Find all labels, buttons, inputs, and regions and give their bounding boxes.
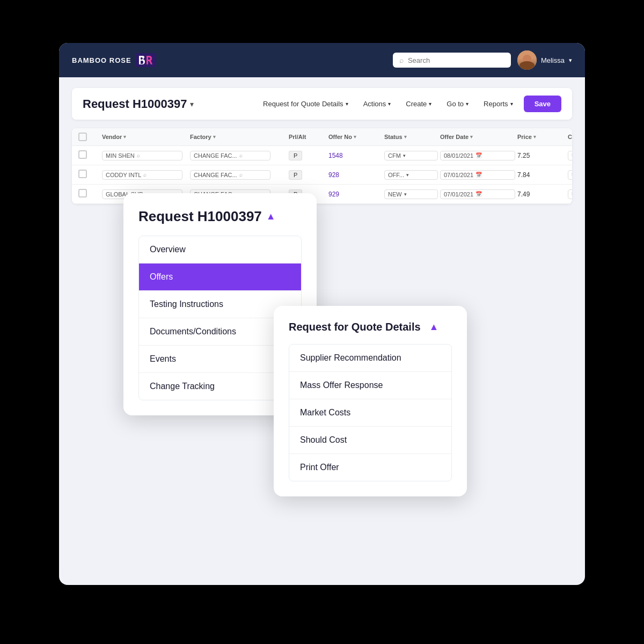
row3-cur: USD ⌕ [568, 189, 572, 199]
table-header: Vendor ▾ Factory ▾ Prl/Alt Offer No ▾ [72, 128, 572, 146]
row2-cur-field[interactable]: USD ⌕ [568, 170, 572, 180]
row2-status: OFF... ▾ [384, 170, 438, 180]
rfq-details-button[interactable]: Request for Quote Details ▾ [259, 98, 353, 110]
create-chevron: ▾ [429, 101, 431, 107]
dropdown1-title: Request H1000397 ▲ [138, 208, 302, 225]
row1-offer-no: 1548 [328, 152, 382, 159]
app-window: BAMBOO ROSE ⌕ Melissa ▾ [59, 43, 585, 585]
price-sort-icon: ▾ [533, 134, 536, 140]
brand-name: BAMBOO ROSE [72, 56, 131, 64]
row3-date-field[interactable]: 07/01/2021 📅 [440, 189, 515, 199]
reports-button[interactable]: Reports ▾ [479, 98, 517, 110]
dropdown2-supplier-rec-item[interactable]: Supplier Recommendation [289, 345, 451, 372]
row3-status-select[interactable]: NEW ▾ [384, 189, 438, 199]
avatar-image [517, 50, 537, 70]
th-checkbox [78, 133, 100, 141]
rfq-details-dropdown: Request for Quote Details ▲ Supplier Rec… [274, 306, 467, 496]
row1-checkbox [78, 150, 100, 160]
th-status: Status ▾ [384, 134, 438, 140]
row1-factory: CHANGE FAC... ⌕ [190, 151, 287, 160]
row2-factory-field[interactable]: CHANGE FAC... ⌕ [190, 170, 270, 180]
dropdown1-offers-item[interactable]: Offers [139, 264, 301, 291]
row2-status-select[interactable]: OFF... ▾ [384, 170, 438, 180]
row2-offer-no-link[interactable]: 928 [328, 171, 339, 179]
row1-status-select[interactable]: CFM ▾ [384, 151, 438, 160]
th-price: Price ▾ [517, 134, 566, 140]
row2-status-chevron: ▾ [406, 172, 409, 178]
table-container: Vendor ▾ Factory ▾ Prl/Alt Offer No ▾ [72, 128, 572, 204]
status-sort-icon: ▾ [404, 134, 407, 140]
row1-offer-date: 08/01/2021 📅 [440, 151, 515, 160]
row1-status-chevron: ▾ [403, 153, 406, 158]
user-area: Melissa ▾ [517, 50, 572, 70]
dropdown1-overview-item[interactable]: Overview [139, 236, 301, 264]
th-prl: Prl/Alt [289, 134, 326, 140]
row1-factory-field[interactable]: CHANGE FAC... ⌕ [190, 151, 270, 160]
row2-date-field[interactable]: 07/01/2021 📅 [440, 170, 515, 180]
dropdown2-print-offer-item[interactable]: Print Offer [289, 454, 451, 481]
row1-date-field[interactable]: 08/01/2021 📅 [440, 151, 515, 160]
th-vendor: Vendor ▾ [102, 134, 188, 140]
brand-logo-icon [136, 53, 156, 67]
row2-factory-search-icon: ⌕ [239, 172, 243, 178]
page-title-dropdown-icon[interactable]: ▾ [190, 100, 194, 108]
row2-vendor: CODDY INTL ⌕ [102, 170, 188, 180]
create-button[interactable]: Create ▾ [401, 98, 436, 110]
row2-offer-date: 07/01/2021 📅 [440, 170, 515, 180]
svg-rect-0 [136, 53, 156, 67]
row1-vendor-field[interactable]: MIN SHEN ⌕ [102, 151, 182, 160]
select-all-checkbox[interactable] [78, 133, 87, 141]
row3-cur-field[interactable]: USD ⌕ [568, 189, 572, 199]
row1-select[interactable] [78, 150, 87, 159]
row1-prl: P [289, 152, 326, 159]
brand: BAMBOO ROSE [72, 53, 156, 67]
row2-cur: USD ⌕ [568, 170, 572, 180]
row1-factory-search-icon: ⌕ [239, 152, 243, 158]
row3-calendar-icon: 📅 [475, 191, 482, 197]
row1-price: 7.25 [517, 152, 566, 159]
row1-prl-tag: P [289, 151, 302, 160]
dropdown2-mass-offer-item[interactable]: Mass Offer Response [289, 372, 451, 399]
dropdown2-market-costs-item[interactable]: Market Costs [289, 399, 451, 427]
page-title-area: Request H1000397 ▾ [83, 97, 194, 111]
dropdown2-should-cost-item[interactable]: Should Cost [289, 427, 451, 454]
table-row: CODDY INTL ⌕ CHANGE FAC... ⌕ P 928 [72, 165, 572, 185]
offer-no-sort-icon: ▾ [354, 134, 356, 140]
search-bar[interactable]: ⌕ [393, 53, 511, 68]
offer-date-sort-icon: ▾ [470, 134, 473, 140]
th-offer-no: Offer No ▾ [328, 134, 382, 140]
row3-price: 7.49 [517, 191, 566, 198]
row3-select[interactable] [78, 189, 87, 197]
dropdown1-up-arrow[interactable]: ▲ [266, 211, 276, 222]
row2-offer-no: 928 [328, 171, 382, 179]
row2-calendar-icon: 📅 [475, 172, 482, 178]
user-dropdown-arrow[interactable]: ▾ [569, 57, 572, 64]
goto-button[interactable]: Go to ▾ [442, 98, 473, 110]
avatar [517, 50, 537, 70]
row3-offer-no-link[interactable]: 929 [328, 191, 339, 198]
goto-chevron: ▾ [466, 101, 469, 107]
table-row: MIN SHEN ⌕ CHANGE FAC... ⌕ P 1548 [72, 146, 572, 165]
th-factory: Factory ▾ [190, 134, 287, 140]
actions-button[interactable]: Actions ▾ [359, 98, 396, 110]
row1-offer-no-link[interactable]: 1548 [328, 152, 343, 159]
row2-vendor-field[interactable]: CODDY INTL ⌕ [102, 170, 182, 180]
rfq-details-chevron: ▾ [346, 101, 348, 107]
row1-vendor: MIN SHEN ⌕ [102, 151, 188, 160]
th-cur: Cur ▾ [568, 134, 572, 140]
row1-vendor-search-icon: ⌕ [137, 152, 140, 158]
search-input[interactable] [408, 56, 504, 64]
user-name: Melissa [541, 56, 565, 64]
subheader-actions: Request for Quote Details ▾ Actions ▾ Cr… [259, 96, 561, 112]
row1-cur: USD ⌕ [568, 151, 572, 160]
dropdown2-up-arrow[interactable]: ▲ [429, 321, 439, 333]
row2-select[interactable] [78, 170, 87, 178]
row2-price: 7.84 [517, 171, 566, 179]
row1-calendar-icon: 📅 [475, 152, 482, 158]
subheader: Request H1000397 ▾ Request for Quote Det… [72, 88, 572, 120]
vendor-sort-icon: ▾ [123, 134, 126, 140]
navbar: BAMBOO ROSE ⌕ Melissa ▾ [59, 43, 585, 77]
row1-cur-field[interactable]: USD ⌕ [568, 151, 572, 160]
save-button[interactable]: Save [524, 96, 561, 112]
actions-chevron: ▾ [388, 101, 391, 107]
